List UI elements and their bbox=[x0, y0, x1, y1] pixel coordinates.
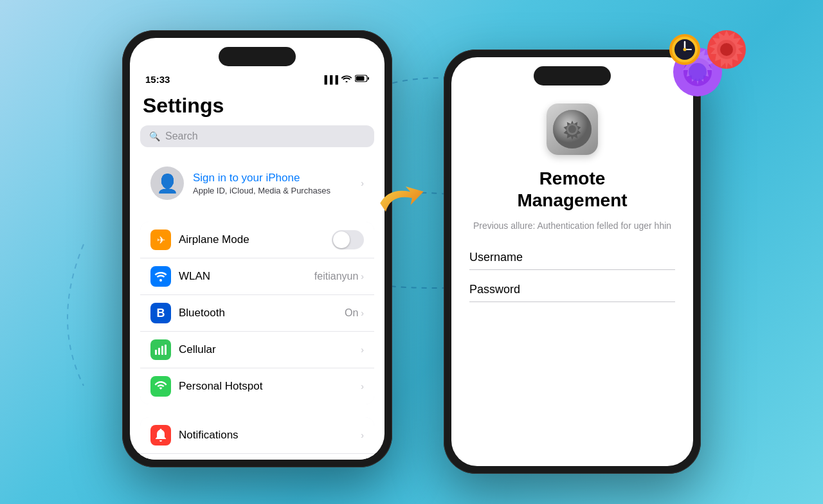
svg-point-14 bbox=[683, 48, 687, 51]
dynamic-island-left bbox=[219, 47, 296, 66]
hotspot-content: Personal Hotspot bbox=[179, 380, 353, 393]
right-phone: RemoteManagement Previous allure: Authen… bbox=[444, 50, 701, 474]
hotspot-row[interactable]: Personal Hotspot › bbox=[140, 368, 374, 404]
svg-point-9 bbox=[689, 63, 707, 81]
right-phone-screen: RemoteManagement Previous allure: Authen… bbox=[451, 57, 693, 466]
airplane-mode-content: Airplane Mode bbox=[179, 233, 324, 246]
wlan-label: WLAN bbox=[179, 270, 307, 283]
svg-rect-6 bbox=[165, 345, 167, 355]
bluetooth-value: On bbox=[345, 307, 358, 319]
svg-point-21 bbox=[568, 125, 576, 133]
remote-management-subtitle: Previous allure: Authentication felled f… bbox=[473, 220, 671, 233]
signin-content: Sign in to your iPhone Apple ID, iCloud,… bbox=[193, 172, 352, 195]
left-phone-screen: 15:33 ▐▐▐ Settings 🔍 bbox=[130, 38, 384, 460]
hotspot-icon bbox=[150, 376, 171, 397]
status-time: 15:33 bbox=[145, 74, 170, 85]
right-phone-wrapper: RemoteManagement Previous allure: Authen… bbox=[444, 43, 701, 474]
cellular-icon bbox=[150, 339, 171, 360]
cellular-row[interactable]: Cellular › bbox=[140, 332, 374, 368]
wlan-value: feitianyun bbox=[314, 271, 359, 282]
settings-title: Settings bbox=[130, 87, 384, 125]
notifications-row[interactable]: Notifications › bbox=[140, 417, 374, 454]
avatar-icon: 👤 bbox=[156, 173, 179, 194]
search-placeholder: Search bbox=[165, 130, 198, 142]
cellular-content: Cellular bbox=[179, 343, 353, 356]
battery-icon bbox=[355, 75, 369, 84]
signin-title: Sign in to your iPhone bbox=[193, 172, 352, 184]
bluetooth-chevron: › bbox=[361, 308, 364, 318]
airplane-mode-icon: ✈ bbox=[150, 230, 171, 250]
wlan-right: feitianyun › bbox=[314, 271, 364, 282]
notifications-icon bbox=[150, 425, 171, 446]
toggle-knob bbox=[333, 231, 350, 248]
wlan-content: WLAN bbox=[179, 270, 307, 283]
notifications-chevron: › bbox=[361, 430, 364, 440]
svg-rect-3 bbox=[155, 350, 157, 355]
bluetooth-label: Bluetooth bbox=[179, 307, 337, 320]
svg-rect-4 bbox=[158, 348, 160, 355]
notifications-content: Notifications bbox=[179, 429, 353, 442]
search-icon: 🔍 bbox=[149, 131, 160, 141]
password-group: Password bbox=[469, 283, 675, 302]
wlan-row[interactable]: WLAN feitianyun › bbox=[140, 258, 374, 295]
signin-section: 👤 Sign in to your iPhone Apple ID, iClou… bbox=[140, 158, 374, 209]
bluetooth-row[interactable]: B Bluetooth On › bbox=[140, 295, 374, 332]
password-line bbox=[469, 302, 675, 302]
sounds-row[interactable]: Sounds & Haptics › bbox=[140, 454, 374, 460]
signal-icon: ▐▐▐ bbox=[321, 75, 338, 84]
remote-management-screen: RemoteManagement Previous allure: Authen… bbox=[451, 91, 693, 328]
cellular-label: Cellular bbox=[179, 343, 353, 356]
notifications-label: Notifications bbox=[179, 429, 353, 442]
wifi-icon bbox=[341, 75, 352, 84]
dynamic-island-right bbox=[534, 66, 611, 86]
svg-rect-2 bbox=[368, 77, 369, 80]
status-bar-left: 15:33 ▐▐▐ bbox=[130, 71, 384, 87]
hotspot-chevron: › bbox=[361, 381, 364, 392]
cellular-chevron: › bbox=[361, 345, 364, 355]
username-group: Username bbox=[469, 251, 675, 270]
airplane-mode-label: Airplane Mode bbox=[179, 233, 324, 246]
hotspot-label: Personal Hotspot bbox=[179, 380, 353, 393]
signin-subtitle: Apple ID, iCloud, Media & Purchases bbox=[193, 186, 352, 195]
username-label: Username bbox=[469, 251, 675, 264]
bluetooth-right: On › bbox=[345, 307, 364, 319]
left-phone: 15:33 ▐▐▐ Settings 🔍 bbox=[122, 30, 392, 467]
signin-row[interactable]: 👤 Sign in to your iPhone Apple ID, iClou… bbox=[140, 158, 374, 209]
username-line bbox=[469, 269, 675, 270]
svg-rect-1 bbox=[356, 76, 365, 81]
svg-rect-5 bbox=[161, 346, 163, 355]
network-section: ✈ Airplane Mode bbox=[140, 222, 374, 404]
wlan-icon bbox=[150, 266, 171, 287]
svg-point-17 bbox=[720, 43, 733, 56]
settings-app-icon bbox=[547, 104, 598, 155]
password-label: Password bbox=[469, 283, 675, 296]
bluetooth-content: Bluetooth bbox=[179, 307, 337, 320]
bluetooth-icon: B bbox=[150, 303, 171, 323]
avatar: 👤 bbox=[150, 166, 184, 200]
wlan-chevron: › bbox=[361, 271, 364, 282]
search-bar[interactable]: 🔍 Search bbox=[140, 125, 374, 147]
signin-chevron: › bbox=[361, 178, 364, 188]
airplane-mode-toggle[interactable] bbox=[332, 230, 364, 249]
status-icons: ▐▐▐ bbox=[321, 75, 369, 84]
airplane-mode-row[interactable]: ✈ Airplane Mode bbox=[140, 222, 374, 258]
remote-management-title: RemoteManagement bbox=[517, 168, 627, 211]
notifications-section: Notifications › Sounds & Haptics bbox=[140, 417, 374, 460]
